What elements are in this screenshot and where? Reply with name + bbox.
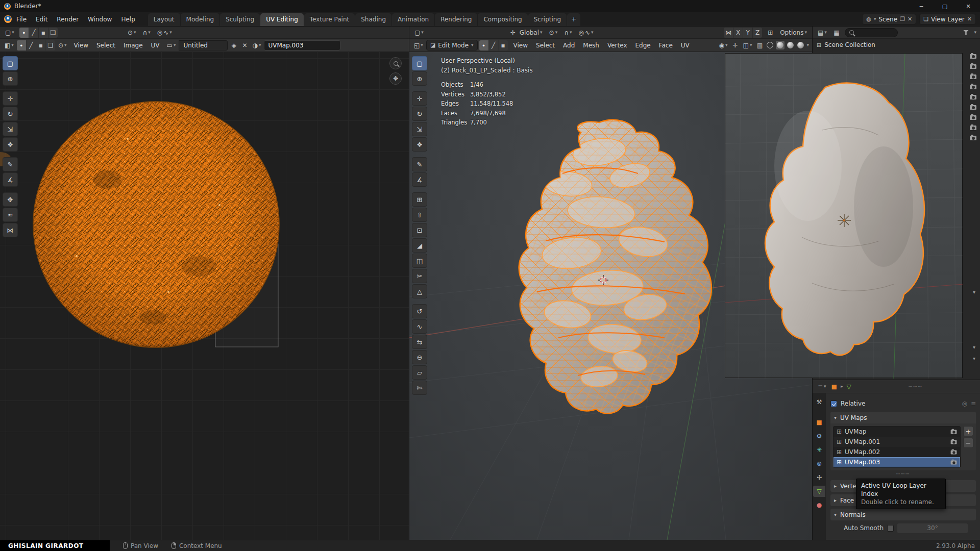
outliner-search-input[interactable] [845, 28, 898, 37]
camera-icon[interactable] [970, 126, 976, 130]
outliner-scene-collection-row[interactable]: ⊞ Scene Collection [813, 39, 980, 51]
view-layer-selector[interactable]: ❏ View Layer ✕ [919, 14, 976, 24]
shrink-fatten-tool[interactable]: ⊖ [412, 350, 427, 364]
shading-rendered-button[interactable] [796, 41, 805, 49]
uv-maps-panel-header[interactable]: ▾ UV Maps [830, 412, 976, 423]
scale-tool[interactable]: ⇲ [3, 122, 18, 136]
uv-edge-select-icon[interactable]: ╱ [27, 40, 36, 51]
active-tool-icon[interactable]: ▢▾ [4, 28, 16, 38]
transform-tool[interactable]: ❖ [412, 137, 427, 152]
chevron-down-icon[interactable]: ▾ [973, 345, 975, 350]
sticky-island-icon[interactable]: ❏ [48, 28, 58, 38]
shading-dropdown-icon[interactable]: ▾ [806, 43, 809, 47]
uv-face-select-icon[interactable]: ▪ [36, 40, 45, 51]
tab-object-data[interactable]: ▽ [813, 486, 825, 497]
add-uvmap-button[interactable]: + [963, 426, 973, 436]
face-select-icon[interactable]: ▪ [499, 40, 508, 51]
uv-pivot-selector[interactable]: ⊙▾ [57, 40, 68, 51]
relax-tool[interactable]: ≈ [3, 208, 18, 222]
pivot-point-selector[interactable]: ⊙▾ [126, 28, 138, 38]
browse-image-button[interactable]: ▭▾ [165, 40, 178, 51]
specials-icon[interactable]: ≡ [971, 400, 976, 407]
add-cube-tool[interactable]: ⊞ [412, 192, 427, 207]
camera-icon[interactable] [970, 115, 976, 120]
shading-wireframe-button[interactable] [766, 41, 774, 49]
add-workspace-button[interactable]: + [567, 13, 580, 26]
tab-texture-paint[interactable]: Texture Paint [304, 13, 355, 26]
vp-menu-select[interactable]: Select [532, 40, 559, 51]
camera-icon[interactable] [970, 95, 976, 99]
tab-constraints[interactable]: ✣ [813, 472, 825, 483]
camera-icon[interactable] [951, 450, 957, 454]
transform-orientation-selector[interactable]: ✛ Global▾ [509, 28, 544, 38]
close-button[interactable]: ✕ [957, 0, 980, 12]
camera-icon[interactable] [970, 54, 976, 59]
tab-material[interactable]: ● [813, 499, 825, 511]
chevron-down-icon[interactable]: ▾ [974, 30, 976, 35]
camera-icon[interactable] [951, 430, 957, 434]
show-gizmo-icon[interactable]: ✛ [731, 40, 740, 51]
close-icon[interactable]: ✕ [908, 16, 912, 22]
measure-tool[interactable]: ∡ [412, 172, 427, 187]
editor-type-uv-selector[interactable]: ◧▾ [3, 40, 15, 51]
copy-icon[interactable]: ❐ [900, 16, 905, 22]
sticky-vertex-icon[interactable]: ∙ [19, 28, 29, 38]
filter-icon[interactable] [961, 28, 970, 38]
show-overlays-icon[interactable]: ◫▾ [742, 40, 754, 51]
chevron-down-icon[interactable]: ▾ [973, 290, 975, 295]
menu-edit[interactable]: Edit [31, 14, 52, 25]
uv-menu-select[interactable]: Select [92, 40, 119, 51]
knife-tool[interactable]: ✂ [412, 269, 427, 283]
relative-checkbox[interactable] [830, 400, 837, 407]
auto-smooth-angle-slider[interactable]: 30° [897, 523, 968, 533]
menu-render[interactable]: Render [52, 14, 83, 25]
uvmap-list-item-active[interactable]: ⊞ UVMap.003 [834, 457, 960, 467]
box-select-tool[interactable]: ▢ [3, 56, 18, 70]
box-select-tool[interactable]: ▢ [412, 56, 427, 70]
visibility-selector[interactable]: ◉▾ [718, 40, 729, 51]
poly-build-tool[interactable]: △ [412, 284, 427, 298]
pinch-tool[interactable]: ⋈ [3, 223, 18, 237]
shading-solid-button[interactable] [776, 41, 785, 49]
minimize-button[interactable]: ─ [910, 0, 933, 12]
uvmap-list-item[interactable]: ⊞ UVMap [834, 427, 960, 437]
uv-menu-uv[interactable]: UV [147, 40, 164, 51]
close-icon[interactable]: ✕ [967, 16, 972, 22]
camera-icon[interactable] [970, 74, 976, 79]
display-channels-selector[interactable]: ◑▾ [251, 40, 262, 51]
annotate-tool[interactable]: ✎ [412, 157, 427, 171]
vp-menu-face[interactable]: Face [655, 40, 677, 51]
snap-grid-icon[interactable]: ⊞ [766, 28, 775, 38]
snapping-selector[interactable]: ∩▾ [141, 28, 152, 38]
active-tool-icon[interactable]: ▢▾ [413, 28, 425, 38]
tab-layout[interactable]: Layout [148, 13, 180, 26]
chevron-down-icon[interactable]: ▾ [973, 356, 975, 361]
mirror-z-button[interactable]: Z [753, 28, 762, 38]
shading-material-button[interactable] [786, 41, 795, 49]
outliner-display-mode-selector[interactable]: ▤▾ [816, 28, 828, 38]
mirror-x-button[interactable]: X [733, 28, 743, 38]
measure-tool[interactable]: ∡ [3, 172, 18, 187]
image-name-field[interactable]: Untitled [179, 40, 228, 51]
edge-select-icon[interactable]: ╱ [489, 40, 498, 51]
menu-window[interactable]: Window [83, 14, 116, 25]
tab-object[interactable]: ■ [813, 417, 825, 428]
unlink-image-button[interactable]: ✕ [240, 40, 249, 51]
editor-type-properties-selector[interactable]: ≡▾ [816, 382, 828, 392]
camera-icon[interactable] [951, 440, 957, 444]
scene-selector[interactable]: ◍ ▾ Scene ❐ ✕ [862, 14, 916, 24]
camera-icon[interactable] [970, 85, 976, 89]
maximize-button[interactable]: ▢ [933, 0, 957, 12]
rip-region-tool[interactable]: ✄ [412, 381, 427, 395]
normals-panel-header[interactable]: ▾ Normals [830, 509, 976, 520]
move-tool[interactable]: ✛ [3, 91, 18, 106]
auto-smooth-checkbox[interactable] [887, 525, 894, 532]
tab-modeling[interactable]: Modeling [181, 13, 220, 26]
uv-vertex-select-icon[interactable]: ∙ [17, 40, 26, 51]
sticky-edge-icon[interactable]: ╱ [29, 28, 38, 38]
remove-uvmap-button[interactable]: − [963, 438, 973, 448]
vp-menu-view[interactable]: View [509, 40, 532, 51]
pin-icon[interactable]: ◎ [962, 400, 967, 407]
vp-menu-vertex[interactable]: Vertex [603, 40, 631, 51]
tab-compositing[interactable]: Compositing [478, 13, 527, 26]
